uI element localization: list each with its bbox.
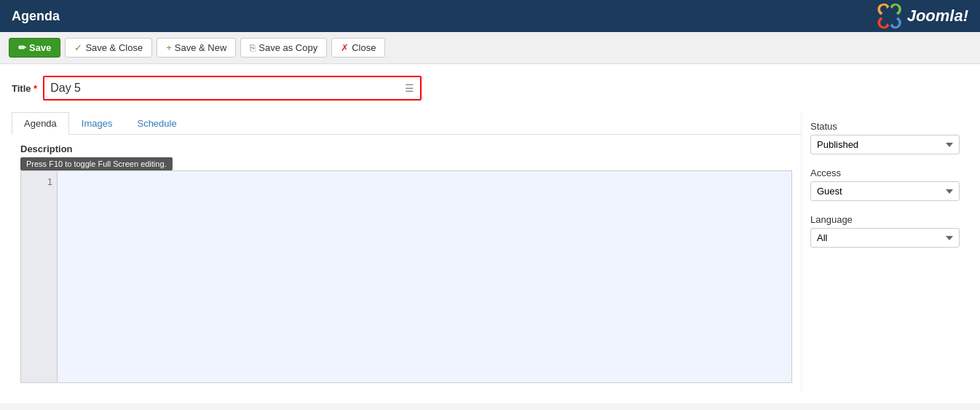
access-section: Access Guest Public Registered Special	[810, 167, 960, 201]
tabs: Agenda Images Schedule	[12, 112, 801, 135]
close-button[interactable]: ✗ Close	[331, 38, 385, 58]
toolbar: ✏ Save ✓ Save & Close + Save & New ⎘ Sav…	[0, 32, 980, 64]
save-close-button[interactable]: ✓ Save & Close	[65, 38, 152, 58]
description-label: Description	[20, 143, 792, 154]
access-label: Access	[810, 167, 960, 178]
left-panel: Agenda Images Schedule Description Press…	[12, 112, 801, 392]
title-label: Title *	[12, 83, 37, 94]
check-icon: ✓	[74, 42, 82, 53]
tab-agenda[interactable]: Agenda	[12, 112, 69, 135]
line-numbers: 1	[21, 171, 58, 382]
main-layout: Agenda Images Schedule Description Press…	[12, 112, 968, 392]
editor-area: 1	[20, 170, 792, 383]
title-input[interactable]	[44, 77, 399, 99]
content-area: Title * ☰ Agenda Images Schedule	[0, 64, 980, 403]
language-label: Language	[810, 214, 960, 225]
language-select[interactable]: All English French German	[810, 228, 960, 248]
toggle-editor-icon[interactable]: ☰	[399, 79, 420, 97]
top-bar: Agenda Joomla!	[0, 0, 980, 32]
title-required: *	[31, 83, 38, 94]
save-button[interactable]: ✏ Save	[9, 38, 60, 58]
title-input-wrapper: ☰	[43, 76, 422, 100]
tab-content-agenda: Description Press F10 to toggle Full Scr…	[12, 135, 801, 392]
sidebar: Status Published Unpublished Archived Tr…	[801, 112, 968, 392]
plus-icon: +	[166, 42, 172, 53]
close-icon: ✗	[341, 42, 349, 53]
title-row: Title * ☰	[12, 76, 968, 100]
status-section: Status Published Unpublished Archived Tr…	[810, 121, 960, 154]
joomla-logo: Joomla!	[877, 3, 968, 29]
copy-icon: ⎘	[250, 42, 256, 53]
access-select[interactable]: Guest Public Registered Special	[810, 181, 960, 201]
save-new-button[interactable]: + Save & New	[157, 38, 236, 58]
status-select[interactable]: Published Unpublished Archived Trashed	[810, 135, 960, 154]
tab-schedule[interactable]: Schedule	[125, 112, 189, 134]
tab-images[interactable]: Images	[69, 112, 125, 134]
save-icon: ✏	[18, 42, 26, 53]
status-label: Status	[810, 121, 960, 132]
joomla-text: Joomla!	[907, 7, 968, 25]
app-title: Agenda	[12, 9, 60, 24]
editor-textarea[interactable]	[58, 171, 791, 382]
editor-hint: Press F10 to toggle Full Screen editing.	[20, 157, 173, 170]
save-copy-button[interactable]: ⎘ Save as Copy	[240, 38, 327, 58]
language-section: Language All English French German	[810, 214, 960, 248]
joomla-icon	[877, 3, 903, 29]
